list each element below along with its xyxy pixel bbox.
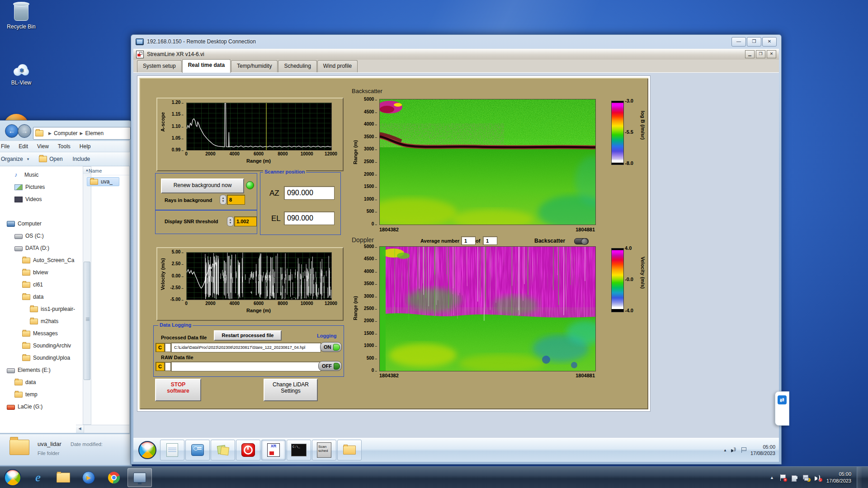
rays-spinner[interactable]: ▲▼ bbox=[220, 195, 226, 205]
taskbar-notepad[interactable] bbox=[160, 440, 184, 460]
raw-browse-icon[interactable] bbox=[165, 362, 171, 371]
open-button[interactable]: Open bbox=[34, 156, 67, 162]
taskbar-system-config[interactable] bbox=[185, 440, 210, 460]
rdp-title-bar[interactable]: 192.168.0.150 - Remote Desktop Connectio… bbox=[131, 35, 781, 48]
tree-item-m2hats[interactable]: m2hats bbox=[30, 316, 58, 326]
taskbar-cmd[interactable]: C:\_ bbox=[287, 440, 311, 460]
restart-processed-file-button[interactable]: Restart processed file bbox=[214, 330, 282, 341]
processed-drive-button[interactable]: C bbox=[156, 343, 165, 352]
tab-system-setup[interactable]: System setup bbox=[137, 60, 182, 72]
change-lidar-settings-button[interactable]: Change LiDARSettings bbox=[264, 379, 318, 401]
tree-item-lacie-g-[interactable]: LaCie (G:) bbox=[7, 402, 42, 412]
tree-item-data[interactable]: data bbox=[14, 377, 36, 387]
el-label: EL bbox=[271, 214, 281, 223]
menu-item-view[interactable]: View bbox=[33, 143, 53, 150]
tree-item-soundinguploa[interactable]: SoundingUploa bbox=[22, 353, 70, 363]
stop-software-button[interactable]: STOPsoftware bbox=[155, 379, 201, 401]
taskbar-chrome[interactable] bbox=[102, 469, 126, 487]
tree-item-soundingarchiv[interactable]: SoundingArchiv bbox=[22, 341, 71, 351]
desktop-icon-recycle-bin[interactable]: Recycle Bin bbox=[2, 4, 41, 30]
tree-item-pictures[interactable]: Pictures bbox=[14, 182, 45, 192]
vi-close-button[interactable]: ✕ bbox=[767, 50, 776, 58]
tree-item-data-d-[interactable]: DATA (D:) bbox=[14, 243, 49, 253]
close-button[interactable]: ✕ bbox=[762, 37, 777, 47]
taskbar-labview-xr[interactable]: XR bbox=[261, 440, 286, 460]
tab-scheduling[interactable]: Scheduling bbox=[278, 60, 316, 72]
action-center-flag-icon[interactable]: ✕ bbox=[779, 474, 786, 481]
vi-title-bar[interactable]: StreamLine XR v14-6.vi ▁ ❐ ✕ bbox=[133, 49, 779, 60]
taskbar-sticky-notes[interactable] bbox=[211, 440, 235, 460]
power-icon[interactable] bbox=[791, 474, 797, 481]
session-start-button[interactable] bbox=[136, 440, 159, 460]
host-clock[interactable]: 05:00 17/08/2023 bbox=[826, 471, 851, 484]
include-button[interactable]: Include bbox=[68, 156, 95, 162]
tree-item-music[interactable]: ♪Music bbox=[14, 170, 38, 180]
raw-logging-toggle[interactable]: OFF bbox=[318, 361, 342, 371]
breadcrumb-root[interactable]: Computer bbox=[54, 130, 78, 136]
processed-path-field[interactable]: C:\Lidar\Data\Proc\2023\202308\20230817\… bbox=[171, 343, 321, 352]
tree-item-messages[interactable]: Messages bbox=[22, 328, 58, 338]
volume-icon[interactable] bbox=[731, 448, 737, 453]
processed-browse-icon[interactable] bbox=[165, 343, 171, 352]
action-center-flag-icon[interactable] bbox=[741, 447, 746, 453]
scroll-left-icon[interactable]: ◀ bbox=[76, 425, 84, 433]
back-button[interactable]: ← bbox=[5, 124, 19, 138]
renew-background-button[interactable]: Renew background now bbox=[161, 178, 244, 193]
el-value-field[interactable]: 090.000 bbox=[284, 211, 335, 225]
taskbar-internet-explorer[interactable]: e bbox=[26, 469, 50, 487]
taskbar-explorer[interactable] bbox=[52, 469, 75, 487]
processed-logging-toggle[interactable]: ON bbox=[320, 342, 342, 352]
tree-item-os-c-[interactable]: OS (C:) bbox=[14, 231, 44, 241]
hidden-icons-arrow-icon[interactable]: ▲ bbox=[723, 448, 727, 452]
tree-item-blview[interactable]: blview bbox=[22, 267, 48, 277]
vi-restore-button[interactable]: ❐ bbox=[756, 50, 765, 58]
host-start-button[interactable] bbox=[1, 469, 24, 487]
volume-muted-icon[interactable]: ⃠ bbox=[815, 474, 821, 481]
tree-item-auto-screen-ca[interactable]: Auto_Screen_Ca bbox=[22, 255, 74, 265]
tree-item-cl61[interactable]: cl61 bbox=[22, 280, 43, 290]
tab-temp-humidity[interactable]: Temp/humidity bbox=[231, 60, 278, 72]
session-clock[interactable]: 05:00 17/08/2023 bbox=[750, 444, 775, 456]
menu-item-file[interactable]: File bbox=[0, 143, 14, 150]
taskbar-remote-desktop[interactable] bbox=[127, 468, 152, 487]
tree-item-computer[interactable]: Computer bbox=[7, 219, 42, 229]
file-item-selected[interactable]: uva_ bbox=[87, 177, 119, 186]
taskbar-media-player[interactable]: ▶ bbox=[77, 469, 100, 487]
network-icon[interactable]: ! bbox=[803, 474, 809, 481]
average-total-field[interactable]: 1 bbox=[483, 236, 497, 245]
maximize-button[interactable]: ❐ bbox=[747, 37, 761, 47]
desktop-icon-bl-view[interactable]: ❄ BL-View bbox=[2, 62, 41, 86]
taskbar-explorer[interactable] bbox=[337, 440, 362, 460]
tree-item-data[interactable]: data bbox=[22, 292, 43, 302]
menu-item-edit[interactable]: Edit bbox=[14, 143, 33, 150]
taskbar-stop-app[interactable] bbox=[236, 440, 260, 460]
tree-item-temp[interactable]: temp bbox=[14, 389, 38, 399]
tree-item-elements-e-[interactable]: Elements (E:) bbox=[7, 365, 51, 375]
az-value-field[interactable]: 090.000 bbox=[284, 186, 335, 200]
raw-path-field[interactable] bbox=[171, 361, 321, 371]
forward-button[interactable]: → bbox=[18, 124, 31, 138]
show-desktop-button[interactable] bbox=[857, 467, 862, 488]
vi-minimize-button[interactable]: ▁ bbox=[745, 50, 755, 58]
horizontal-scrollbar[interactable]: ◀ bbox=[76, 425, 129, 433]
organize-button[interactable]: Organize bbox=[0, 156, 34, 162]
snr-spinner[interactable]: ▲▼ bbox=[227, 216, 234, 226]
tab-wind-profile[interactable]: Wind profile bbox=[317, 60, 358, 72]
snr-value-field[interactable]: 1.002 bbox=[234, 216, 257, 226]
address-bar[interactable]: ▶ Computer ▶ Elemen bbox=[33, 127, 131, 140]
tree-item-iss1-purpleair-[interactable]: iss1-purpleair- bbox=[30, 304, 75, 314]
hidden-icons-arrow-icon[interactable]: ▲ bbox=[770, 475, 774, 480]
rays-value-field[interactable]: 8 bbox=[227, 195, 245, 205]
average-number-field[interactable]: 1 bbox=[461, 236, 476, 245]
teamviewer-pull-tab[interactable]: ⇄ bbox=[775, 391, 789, 426]
backscatter-toggle-switch[interactable] bbox=[574, 238, 589, 244]
minimize-button[interactable]: — bbox=[731, 37, 746, 47]
tab-real-time-data[interactable]: Real time data bbox=[182, 59, 231, 73]
menu-item-tools[interactable]: Tools bbox=[53, 143, 75, 150]
taskbar-scan-scheduler[interactable]: Scansched bbox=[312, 440, 336, 460]
tree-item-videos[interactable]: Videos bbox=[14, 194, 42, 204]
menu-item-help[interactable]: Help bbox=[75, 143, 95, 150]
breadcrumb-segment[interactable]: Elemen bbox=[85, 130, 104, 136]
column-header-name[interactable]: Name bbox=[85, 166, 129, 175]
raw-drive-button[interactable]: C bbox=[156, 362, 165, 371]
